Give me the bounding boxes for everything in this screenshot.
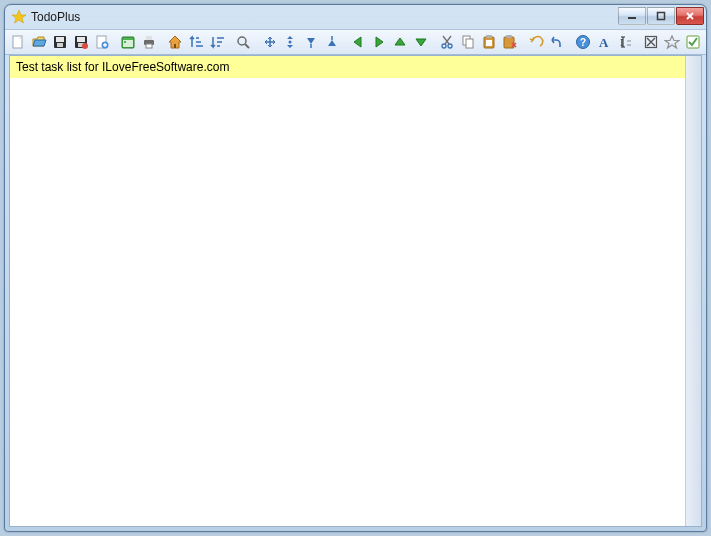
back-button[interactable] xyxy=(349,32,368,52)
move-down-button[interactable] xyxy=(411,32,430,52)
redo-button[interactable] xyxy=(547,32,566,52)
save-button[interactable] xyxy=(51,32,70,52)
export-button[interactable] xyxy=(92,32,111,52)
home-button[interactable] xyxy=(166,32,185,52)
svg-point-23 xyxy=(448,44,452,48)
toolbar: ? A I xyxy=(5,29,706,55)
close-button[interactable] xyxy=(676,7,704,25)
svg-rect-8 xyxy=(77,37,85,42)
task-text: Test task list for ILoveFreeSoftware.com xyxy=(16,60,229,74)
window-title: TodoPlus xyxy=(31,10,618,24)
calendar-button[interactable] xyxy=(119,32,138,52)
sort-desc-button[interactable] xyxy=(207,32,226,52)
font-button[interactable]: A xyxy=(594,32,613,52)
paste-button[interactable] xyxy=(479,32,498,52)
svg-point-22 xyxy=(442,44,446,48)
task-list-area[interactable]: Test task list for ILoveFreeSoftware.com xyxy=(9,55,702,527)
app-icon xyxy=(11,9,27,25)
paste-special-button[interactable] xyxy=(500,32,519,52)
svg-text:A: A xyxy=(599,35,609,50)
svg-rect-28 xyxy=(486,40,492,46)
svg-rect-6 xyxy=(57,43,63,47)
svg-marker-0 xyxy=(12,10,26,23)
window-controls xyxy=(618,7,704,25)
undo-button[interactable] xyxy=(526,32,545,52)
svg-text:?: ? xyxy=(580,37,586,48)
sort-asc-button[interactable] xyxy=(187,32,206,52)
svg-rect-15 xyxy=(124,41,126,43)
titlebar[interactable]: TodoPlus xyxy=(5,5,706,29)
maximize-button[interactable] xyxy=(647,7,675,25)
svg-rect-27 xyxy=(486,35,492,38)
new-button[interactable] xyxy=(9,32,28,52)
svg-marker-36 xyxy=(665,36,679,48)
svg-rect-19 xyxy=(174,44,176,48)
svg-point-21 xyxy=(289,41,292,44)
svg-point-10 xyxy=(82,43,88,49)
svg-rect-5 xyxy=(56,37,64,42)
save-as-button[interactable] xyxy=(71,32,90,52)
svg-rect-17 xyxy=(146,36,152,40)
copy-button[interactable] xyxy=(458,32,477,52)
delete-button[interactable] xyxy=(642,32,661,52)
app-window: TodoPlus xyxy=(4,4,707,532)
open-button[interactable] xyxy=(30,32,49,52)
minimize-button[interactable] xyxy=(618,7,646,25)
find-button[interactable] xyxy=(234,32,253,52)
expand-button[interactable] xyxy=(302,32,321,52)
svg-rect-2 xyxy=(658,13,665,20)
svg-point-20 xyxy=(238,37,246,45)
svg-rect-18 xyxy=(146,44,152,48)
collapse-all-button[interactable] xyxy=(281,32,300,52)
task-row[interactable]: Test task list for ILoveFreeSoftware.com xyxy=(10,56,701,78)
check-button[interactable] xyxy=(683,32,702,52)
star-button[interactable] xyxy=(662,32,681,52)
help-button[interactable]: ? xyxy=(574,32,593,52)
collapse-button[interactable] xyxy=(323,32,342,52)
svg-rect-1 xyxy=(628,17,636,19)
svg-rect-25 xyxy=(466,39,473,48)
expand-all-button[interactable] xyxy=(260,32,279,52)
vertical-scrollbar[interactable] xyxy=(685,56,701,526)
cut-button[interactable] xyxy=(438,32,457,52)
svg-rect-30 xyxy=(506,35,512,38)
forward-button[interactable] xyxy=(370,32,389,52)
rename-button[interactable]: I xyxy=(615,32,634,52)
print-button[interactable] xyxy=(139,32,158,52)
move-up-button[interactable] xyxy=(390,32,409,52)
